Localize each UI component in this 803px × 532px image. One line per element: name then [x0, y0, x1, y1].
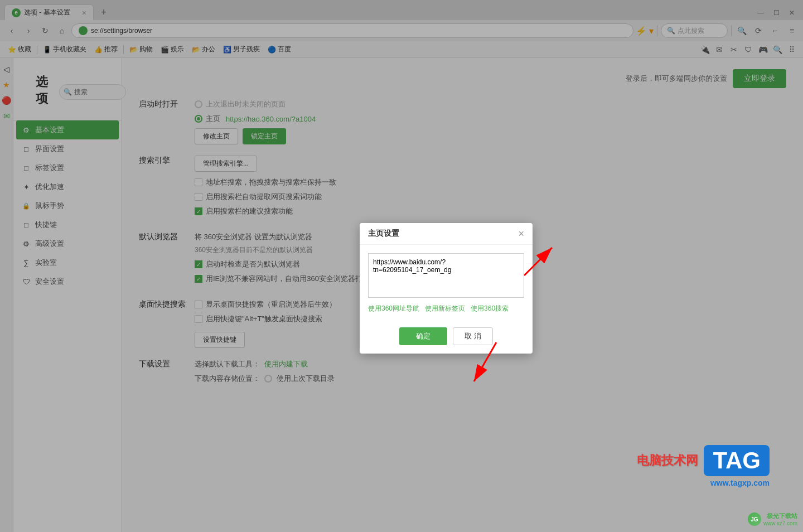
watermark-text: 电脑技术网: [637, 452, 698, 469]
logo-text2: www.xz7.com: [763, 520, 797, 526]
watermark: 电脑技术网 TAG www.tagxp.com: [637, 445, 770, 487]
watermark-url: www.tagxp.com: [710, 478, 770, 487]
modal-links: 使用360网址导航 使用新标签页 使用360搜索: [368, 304, 524, 313]
watermark-tag: TAG: [704, 445, 770, 476]
logo-text1: 极光下载站: [763, 512, 797, 520]
modal-header: 主页设置 ×: [360, 223, 533, 245]
modal-footer: 确定 取 消: [360, 322, 533, 354]
modal-title: 主页设置: [368, 229, 399, 239]
confirm-button[interactable]: 确定: [399, 327, 447, 345]
modal-body: https://www.baidu.com/?tn=62095104_17_oe…: [360, 245, 533, 322]
homepage-url-input[interactable]: https://www.baidu.com/?tn=62095104_17_oe…: [368, 253, 524, 298]
modal-close-button[interactable]: ×: [518, 229, 524, 239]
use-newtab-link[interactable]: 使用新标签页: [425, 304, 465, 313]
use-360nav-link[interactable]: 使用360网址导航: [368, 304, 419, 313]
cancel-button[interactable]: 取 消: [453, 327, 493, 345]
logo-area: JG 极光下载站 www.xz7.com: [748, 512, 797, 526]
logo-icon: JG: [748, 512, 761, 526]
homepage-modal: 主页设置 × https://www.baidu.com/?tn=6209510…: [360, 223, 533, 354]
use-360search-link[interactable]: 使用360搜索: [471, 304, 509, 313]
settings-page: ◁ ★ 🔴 ✉ 选项 🔍 ⚙ 基本设置: [0, 58, 803, 532]
